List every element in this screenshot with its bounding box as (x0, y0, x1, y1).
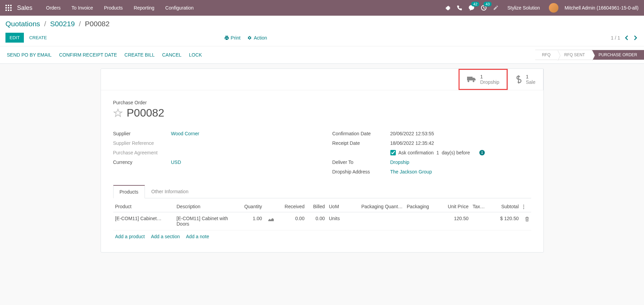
send-po-email-button[interactable]: SEND PO BY EMAIL (7, 52, 51, 58)
currency-label: Currency (113, 159, 171, 165)
action-button[interactable]: Action (247, 35, 267, 41)
col-description: Description (175, 201, 236, 212)
phone-icon[interactable] (455, 4, 464, 12)
add-section-link[interactable]: Add a section (151, 234, 180, 239)
svg-rect-5 (10, 7, 12, 9)
deliver-to-label: Deliver To (332, 159, 390, 165)
supplier-ref-label: Supplier Reference (113, 140, 171, 146)
svg-rect-6 (5, 10, 7, 11)
svg-rect-0 (5, 5, 7, 6)
tools-icon[interactable] (492, 4, 500, 12)
col-unit-price: Unit Price (439, 201, 471, 212)
status-rfq-sent[interactable]: RFQ SENT (557, 50, 592, 60)
receipt-date-value: 18/06/2022 12:35:42 (390, 140, 531, 146)
add-note-link[interactable]: Add a note (186, 234, 209, 239)
edit-button[interactable]: EDIT (5, 33, 24, 43)
messages-badge: 42 (471, 2, 479, 6)
tab-other-info[interactable]: Other Information (145, 185, 195, 198)
tabs: Products Other Information (113, 185, 531, 198)
apps-icon[interactable] (5, 5, 12, 11)
supplier-value[interactable]: Wood Corner (171, 131, 199, 136)
col-packaging: Packaging (405, 201, 439, 212)
purchase-agreement-label: Purchase Agreement (113, 150, 171, 155)
breadcrumb-root[interactable]: Quotations (5, 20, 40, 28)
col-product: Product (113, 201, 175, 212)
nav-to-invoice[interactable]: To Invoice (66, 0, 99, 16)
deliver-to-value[interactable]: Dropship (390, 159, 409, 165)
trash-icon[interactable] (525, 216, 529, 221)
nav-reporting[interactable]: Reporting (128, 0, 160, 16)
pager-next[interactable] (632, 34, 639, 42)
create-button[interactable]: CREATE (24, 33, 53, 43)
top-nav: Sales Orders To Invoice Products Reporti… (0, 0, 644, 16)
bug-icon[interactable] (444, 4, 452, 12)
table-row[interactable]: [E-COM11] Cabinet… [E-COM11] Cabinet wit… (113, 212, 531, 230)
star-icon[interactable] (113, 108, 123, 118)
activities-icon[interactable]: 43 (479, 3, 488, 12)
col-taxes: Tax… (470, 201, 492, 212)
cell-uom: Units (327, 212, 346, 230)
print-button[interactable]: Print (224, 35, 241, 41)
ask-confirm-prefix: Ask confirmation (399, 150, 434, 155)
cancel-button[interactable]: CANCEL (162, 52, 182, 58)
app-title[interactable]: Sales (17, 4, 32, 12)
col-kebab[interactable] (521, 201, 531, 212)
ask-confirm-checkbox[interactable] (390, 150, 396, 155)
svg-rect-4 (8, 7, 9, 9)
col-quantity: Quantity (236, 201, 264, 212)
info-icon[interactable] (479, 150, 485, 155)
svg-point-13 (523, 205, 524, 206)
pager: 1 / 1 (611, 34, 639, 42)
svg-rect-1 (8, 5, 9, 6)
sale-stat-button[interactable]: 1 Sale (508, 69, 543, 90)
nav-products[interactable]: Products (99, 0, 128, 16)
col-billed: Billed (306, 201, 327, 212)
tab-products[interactable]: Products (113, 185, 145, 198)
cell-quantity: 1.00 (236, 212, 264, 230)
svg-rect-2 (10, 5, 12, 6)
cell-received: 0.00 (276, 212, 307, 230)
col-subtotal: Subtotal (492, 201, 521, 212)
product-table: Product Description Quantity Received Bi… (113, 201, 531, 230)
dropship-stat-button[interactable]: 1 Dropship (459, 69, 508, 90)
user-menu[interactable]: Mitchell Admin (16604961-15-0-all) (565, 5, 639, 11)
confirm-receipt-date-button[interactable]: CONFIRM RECEIPT DATE (59, 52, 117, 58)
breadcrumb-mid[interactable]: S00219 (50, 20, 75, 28)
currency-value[interactable]: USD (171, 159, 181, 165)
lock-button[interactable]: LOCK (189, 52, 202, 58)
create-bill-button[interactable]: CREATE BILL (124, 52, 154, 58)
ask-confirm-days: 1 (436, 150, 439, 155)
nav-configuration[interactable]: Configuration (160, 0, 199, 16)
svg-point-15 (523, 208, 524, 209)
company-selector[interactable]: Stylize Solution (507, 5, 540, 11)
pager-count: 1 / 1 (611, 35, 620, 41)
col-uom: UoM (327, 201, 346, 212)
dropship-address-label: Dropship Address (332, 169, 390, 174)
truck-icon (467, 76, 476, 83)
dollar-icon (515, 75, 522, 83)
cell-unit-price: 120.50 (439, 212, 471, 230)
breadcrumb-bar: Quotations / S00219 / P00082 (0, 16, 644, 29)
control-bar: EDIT CREATE Print Action 1 / 1 (0, 29, 644, 46)
cell-description: [E-COM11] Cabinet with Doors (175, 212, 236, 230)
ask-confirm-suffix: day(s) before (442, 150, 470, 155)
pager-prev[interactable] (624, 34, 630, 42)
breadcrumb-current: P00082 (85, 20, 109, 28)
cell-product: [E-COM11] Cabinet… (113, 212, 175, 230)
cell-subtotal: $ 120.50 (500, 216, 519, 221)
svg-rect-8 (10, 10, 12, 11)
dropship-address-value[interactable]: The Jackson Group (390, 169, 432, 174)
confirmation-date-label: Confirmation Date (332, 131, 390, 136)
nav-orders[interactable]: Orders (41, 0, 66, 16)
svg-rect-7 (8, 10, 9, 11)
status-purchase-order[interactable]: PURCHASE ORDER (592, 50, 644, 60)
forecast-icon[interactable] (268, 216, 274, 221)
messages-icon[interactable]: 42 (467, 3, 476, 12)
status-rfq[interactable]: RFQ (535, 50, 557, 60)
cell-taxes (470, 212, 492, 230)
avatar[interactable] (549, 3, 558, 13)
svg-point-12 (482, 151, 482, 152)
col-pack-qty: Packaging Quant… (346, 201, 405, 212)
add-product-link[interactable]: Add a product (115, 234, 145, 239)
cell-billed: 0.00 (306, 212, 327, 230)
